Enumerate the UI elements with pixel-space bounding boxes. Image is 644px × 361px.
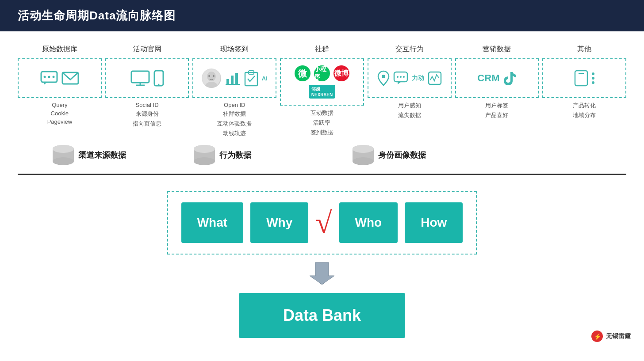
page-header: 活动生命周期Data流向脉络图 bbox=[0, 0, 644, 31]
source-xianchangqiandao-box: AI bbox=[192, 58, 276, 98]
analysis-section: What Why √ Who How Data Bank bbox=[18, 184, 626, 338]
field-diyu: 地域分布 bbox=[573, 111, 596, 119]
phone-icon bbox=[574, 70, 588, 87]
svg-point-32 bbox=[53, 157, 74, 165]
sources-grid: 原始数据库 bbox=[18, 45, 626, 137]
svg-rect-8 bbox=[154, 71, 163, 86]
dots-icon bbox=[592, 72, 594, 84]
field-openid: Open ID bbox=[224, 102, 245, 108]
db-xingwei-group: 行为数据 bbox=[155, 144, 288, 166]
db-qudao-label: 渠道来源数据 bbox=[78, 150, 126, 160]
svg-point-21 bbox=[382, 75, 385, 78]
svg-point-33 bbox=[53, 145, 74, 153]
card-how-label: How bbox=[421, 216, 447, 229]
svg-point-2 bbox=[48, 76, 50, 78]
ai-face-icon bbox=[202, 68, 221, 88]
logo-text: 无锡雷霆 bbox=[606, 332, 631, 340]
source-jiaohu-box: 力动 bbox=[368, 58, 452, 98]
source-yingxiao: 营销数据 CRM 用户标签 产品喜好 bbox=[455, 45, 539, 137]
field-hudongshuju: 互动数据 bbox=[310, 109, 334, 117]
source-huodong-box bbox=[105, 58, 189, 98]
logo-icon: ⚡ bbox=[591, 330, 603, 342]
field-yonghuganzhi: 用户感知 bbox=[398, 102, 421, 110]
monitor-icon bbox=[130, 70, 150, 86]
field-pageview: Pageview bbox=[47, 118, 72, 125]
db-row: 渠道来源数据 行为数据 身份画像数据 bbox=[18, 144, 626, 166]
field-yonghubiaojia: 用户标签 bbox=[485, 102, 508, 110]
main-content: 原始数据库 bbox=[0, 31, 644, 347]
nextsen-icon: 邻感NEXRSEN bbox=[309, 85, 335, 99]
svg-point-23 bbox=[397, 76, 399, 78]
db-qudao-group: 渠道来源数据 bbox=[22, 144, 155, 166]
field-query: Query bbox=[52, 102, 67, 108]
source-qita: 其他 产品转化 bbox=[542, 45, 626, 137]
svg-rect-5 bbox=[131, 71, 149, 83]
svg-point-14 bbox=[213, 75, 215, 77]
svg-point-9 bbox=[158, 84, 159, 85]
field-socialid: Social ID bbox=[136, 102, 159, 108]
db-xingwei-label: 行为数据 bbox=[219, 150, 251, 160]
source-qita-box bbox=[542, 58, 626, 98]
field-liushishuju: 流失数据 bbox=[398, 111, 421, 119]
chat2-icon bbox=[393, 71, 408, 85]
source-yingxiao-box: CRM bbox=[455, 58, 539, 98]
miniprogram-icon: 小程序 bbox=[314, 65, 330, 81]
card-who-label: Who bbox=[355, 216, 382, 229]
db-shenfen-group: 身份画像数据 bbox=[289, 144, 489, 166]
horizontal-divider bbox=[18, 174, 626, 175]
svg-point-24 bbox=[400, 76, 402, 78]
svg-point-36 bbox=[194, 157, 215, 165]
card-what-label: What bbox=[197, 216, 227, 229]
source-jiaohu-label: 交互行为 bbox=[395, 45, 424, 54]
source-shequn: 社群 微 小程序 微博 邻感NEXRSEN 互动数据 活跃率 签到数据 bbox=[280, 45, 364, 137]
card-why-label: Why bbox=[266, 216, 292, 229]
ai-label: AI bbox=[262, 75, 268, 82]
field-hudong: 互动体验数据 bbox=[217, 120, 252, 128]
field-chanpinxihao: 产品喜好 bbox=[485, 111, 508, 119]
analysis-box: What Why √ Who How bbox=[167, 191, 477, 255]
wechat-icon: 微 bbox=[295, 65, 310, 81]
page-title: 活动生命周期Data流向脉络图 bbox=[18, 9, 176, 22]
db-cylinder-3 bbox=[352, 144, 375, 166]
card-why: Why bbox=[250, 202, 308, 243]
svg-point-13 bbox=[208, 75, 210, 77]
svg-point-37 bbox=[194, 145, 215, 153]
weibo-icon: 微博 bbox=[334, 65, 349, 81]
source-yuanshi-box bbox=[18, 58, 102, 98]
field-chanpinzhuanhua: 产品转化 bbox=[573, 102, 596, 110]
mail-icon bbox=[61, 72, 79, 85]
svg-point-41 bbox=[353, 145, 374, 153]
data-bank-label: Data Bank bbox=[283, 306, 361, 324]
chat-icon bbox=[40, 71, 58, 86]
source-shequn-label: 社群 bbox=[315, 45, 329, 54]
chart-icon bbox=[225, 70, 241, 86]
field-zhixiangye: 指向页信息 bbox=[133, 120, 161, 128]
field-laiyuanshenfen: 来源身份 bbox=[136, 110, 159, 118]
arrow-down bbox=[309, 262, 335, 286]
svg-marker-42 bbox=[310, 262, 334, 285]
svg-point-1 bbox=[43, 76, 46, 78]
svg-point-25 bbox=[403, 76, 405, 78]
source-shequn-box: 微 小程序 微博 邻感NEXRSEN bbox=[280, 58, 364, 106]
card-what: What bbox=[181, 202, 243, 243]
checkmark-symbol: √ bbox=[315, 208, 332, 238]
crm-icon: CRM bbox=[477, 72, 499, 84]
lipower-icon: 力动 bbox=[412, 74, 424, 82]
db-cylinder-2 bbox=[193, 144, 216, 166]
logo-corner: ⚡ 无锡雷霆 bbox=[591, 330, 631, 342]
location-icon bbox=[377, 70, 390, 86]
svg-point-3 bbox=[52, 76, 54, 78]
source-huodong: 活动官网 Social ID 来源身份 指向页信息 bbox=[105, 45, 189, 137]
svg-rect-16 bbox=[231, 76, 234, 84]
field-shequnshuju: 社群数据 bbox=[223, 110, 246, 118]
svg-rect-17 bbox=[235, 73, 238, 84]
svg-point-40 bbox=[353, 157, 374, 165]
source-qita-label: 其他 bbox=[577, 45, 591, 54]
field-donxian: 动线轨迹 bbox=[223, 129, 246, 137]
source-yuanshi: 原始数据库 bbox=[18, 45, 102, 137]
db-cylinder-1 bbox=[52, 144, 75, 166]
db-shenfen-label: 身份画像数据 bbox=[378, 150, 426, 160]
field-cookie: Cookie bbox=[51, 110, 69, 117]
source-huodong-label: 活动官网 bbox=[133, 45, 161, 54]
card-how: How bbox=[405, 202, 463, 243]
